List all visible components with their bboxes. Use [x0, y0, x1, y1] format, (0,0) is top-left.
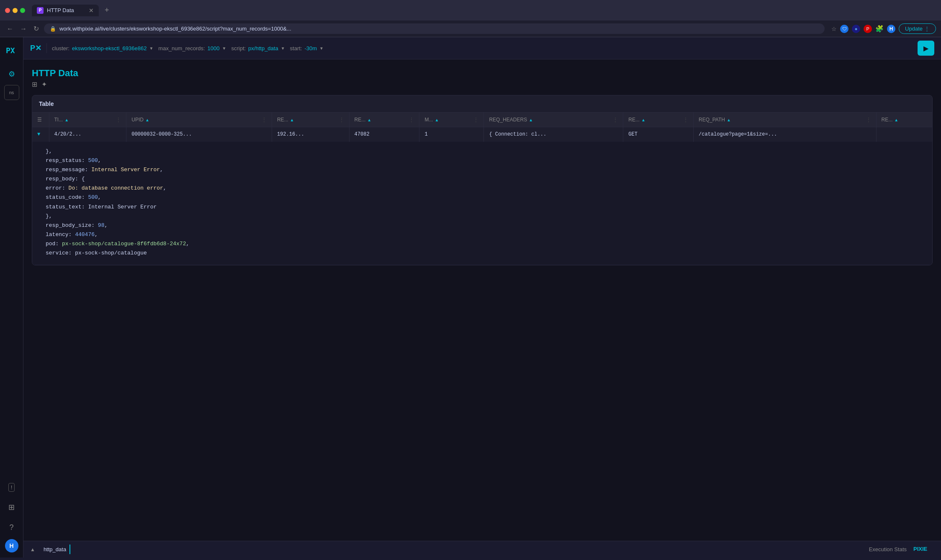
col-req-method[interactable]: RE... ▲ ⋮ — [623, 113, 694, 127]
address-text: work.withpixie.ai/live/clusters/eksworks… — [59, 26, 291, 32]
address-actions: ☆ — [831, 26, 837, 32]
grid-icon: ⊞ — [8, 503, 15, 512]
user-avatar[interactable]: H — [5, 539, 18, 552]
svg-text:PX: PX — [6, 46, 15, 55]
row-expand-button[interactable]: ▼ — [37, 131, 40, 137]
close-traffic-light[interactable] — [5, 8, 10, 13]
active-tab[interactable]: P HTTP Data ✕ — [32, 5, 99, 16]
sort-req-method-icon: ▲ — [641, 118, 645, 122]
col-remote-addr[interactable]: RE... ▲ ⋮ — [272, 113, 349, 127]
cluster-dropdown-icon[interactable]: ▼ — [149, 46, 153, 51]
expanded-code-cell: }, resp_status: 500, resp_message: Inter… — [32, 142, 932, 265]
col-resize-upid[interactable]: ⋮ — [262, 117, 267, 123]
col-resize-req-method[interactable]: ⋮ — [683, 117, 688, 123]
toolbar-logo-mark: P✕ — [30, 44, 41, 53]
page-title: HTTP Data — [32, 68, 933, 79]
reload-button[interactable]: ↻ — [32, 23, 41, 34]
extensions-icon[interactable]: 🧩 — [875, 25, 884, 33]
app-toolbar: P✕ cluster: eksworkshop-eksctl_6936e862 … — [23, 37, 941, 59]
col-resp[interactable]: RE... ▲ — [876, 113, 932, 127]
cluster-label: cluster: — [52, 45, 69, 51]
code-line-2: resp_message: Internal Server Error, — [46, 165, 922, 175]
col-resize-major[interactable]: ⋮ — [473, 117, 478, 123]
records-dropdown-icon[interactable]: ▼ — [222, 46, 226, 51]
sidebar-logo[interactable]: PX — [4, 42, 19, 59]
data-table: ☰ TI... ▲ ⋮ — [32, 113, 932, 265]
script-dropdown-icon[interactable]: ▼ — [281, 46, 285, 51]
col-req-path[interactable]: REQ_PATH ▲ ⋮ — [694, 113, 877, 127]
col-menu[interactable]: ☰ — [32, 113, 49, 127]
extension-circle-icon[interactable]: ● — [852, 25, 860, 33]
sidebar-item-alert[interactable]: ! — [3, 479, 20, 496]
records-label: max_num_records: — [158, 45, 205, 51]
col-remote-addr-label: RE... — [277, 117, 288, 123]
code-line-9: latency: 440476, — [46, 230, 922, 239]
code-line-10: pod: px-sock-shop/catalogue-8f6fdb6d8-24… — [46, 239, 922, 249]
start-value: -30m — [304, 45, 317, 51]
sort-asc-icon: ▲ — [64, 118, 69, 122]
profile-avatar-browser[interactable]: H — [887, 25, 895, 33]
cell-expand[interactable]: ▼ — [32, 127, 49, 142]
expanded-code-row: }, resp_status: 500, resp_message: Inter… — [32, 142, 932, 265]
code-line-0: }, — [46, 147, 922, 156]
namespace-icon: ns — [4, 85, 19, 100]
bottom-tab-http-data[interactable]: http_data — [40, 545, 70, 554]
col-remote-port[interactable]: RE... ▲ ⋮ — [349, 113, 419, 127]
extension-shield-icon[interactable]: 🛡 — [840, 25, 848, 33]
external-link-icon[interactable]: ⊞ — [32, 80, 37, 88]
col-major[interactable]: M... ▲ ⋮ — [419, 113, 484, 127]
table-row[interactable]: ▼ 4/20/2... 00000032-0000-325... 192.16.… — [32, 127, 932, 142]
col-resize-remote-port[interactable]: ⋮ — [409, 117, 414, 123]
menu-icon: ☰ — [37, 117, 42, 123]
sort-resp-icon: ▲ — [894, 118, 898, 122]
run-button[interactable]: ▶ — [918, 41, 934, 56]
sort-major-icon: ▲ — [435, 118, 439, 122]
col-req-method-label: RE... — [628, 117, 640, 123]
col-resize-remote-addr[interactable]: ⋮ — [339, 117, 344, 123]
col-time[interactable]: TI... ▲ ⋮ — [49, 113, 126, 127]
col-upid[interactable]: UPID ▲ ⋮ — [126, 113, 272, 127]
sidebar-item-help[interactable]: ? — [3, 519, 20, 536]
update-button[interactable]: Update ⋮ — [899, 23, 936, 34]
sort-remote-addr-icon: ▲ — [290, 118, 294, 122]
execution-stats-label[interactable]: Execution Stats — [869, 546, 907, 552]
code-line-6: status_text: Internal Server Error — [46, 203, 922, 212]
start-dropdown-icon[interactable]: ▼ — [319, 46, 324, 51]
sidebar-item-settings[interactable]: ⚙ — [3, 66, 20, 82]
back-button[interactable]: ← — [5, 23, 15, 34]
start-label: start: — [290, 45, 302, 51]
script-param[interactable]: script: px/http_data ▼ — [231, 45, 285, 51]
maximize-traffic-light[interactable] — [20, 8, 25, 13]
extension-icons: 🛡 ● P 🧩 H — [840, 25, 895, 33]
table-container: Table ☰ — [32, 95, 933, 265]
browser-chrome: P HTTP Data ✕ + ← → ↻ 🔒 work.withpixie.a… — [0, 0, 941, 37]
col-req-headers[interactable]: REQ_HEADERS ▲ ⋮ — [484, 113, 623, 127]
col-resize-req-headers[interactable]: ⋮ — [613, 117, 618, 123]
code-line-5: status_code: 500, — [46, 193, 922, 202]
tab-close-button[interactable]: ✕ — [89, 7, 94, 14]
code-line-1: resp_status: 500, — [46, 156, 922, 165]
table-wrapper[interactable]: ☰ TI... ▲ ⋮ — [32, 113, 932, 265]
cluster-param[interactable]: cluster: eksworkshop-eksctl_6936e862 ▼ — [52, 45, 153, 51]
script-label: script: — [231, 45, 246, 51]
sort-req-headers-icon: ▲ — [529, 118, 533, 122]
new-tab-button[interactable]: + — [100, 3, 113, 17]
col-resize-req-path[interactable]: ⋮ — [866, 117, 871, 123]
sidebar-item-grid[interactable]: ⊞ — [3, 499, 20, 516]
extension-red-icon[interactable]: P — [864, 25, 872, 33]
records-param[interactable]: max_num_records: 1000 ▼ — [158, 45, 226, 51]
minimize-traffic-light[interactable] — [13, 8, 18, 13]
address-bar[interactable]: 🔒 work.withpixie.ai/live/clusters/ekswor… — [44, 23, 825, 34]
sort-req-path-icon: ▲ — [727, 118, 731, 122]
main-content: P✕ cluster: eksworkshop-eksctl_6936e862 … — [23, 37, 941, 557]
svg-text:PIXIE: PIXIE — [913, 546, 928, 552]
code-line-3: resp_body: { — [46, 175, 922, 184]
collapse-chevron[interactable]: ▲ — [30, 547, 35, 552]
bookmark-icon[interactable]: ☆ — [831, 26, 837, 32]
sparkle-icon[interactable]: ✦ — [41, 80, 47, 88]
col-resize-time[interactable]: ⋮ — [116, 117, 121, 123]
forward-button[interactable]: → — [18, 23, 28, 34]
start-param[interactable]: start: -30m ▼ — [290, 45, 324, 51]
gear-icon: ⚙ — [8, 69, 15, 79]
sidebar-item-ns[interactable]: ns — [3, 84, 20, 101]
